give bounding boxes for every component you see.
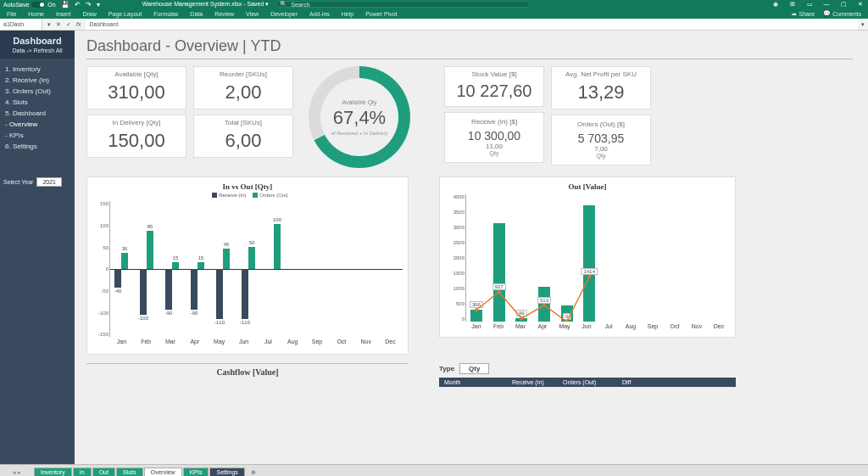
tab-developer[interactable]: Developer <box>270 11 298 17</box>
tab-addins[interactable]: Add-ins <box>309 11 330 17</box>
autosave-toggle[interactable]: AutoSave On <box>3 2 56 8</box>
sidebar-item-dashboard[interactable]: 5. Dashboard <box>3 108 71 119</box>
filename[interactable]: Warehouse Management System.xlsx - Saved… <box>142 1 270 8</box>
kpi-value: 13,29 <box>554 81 648 104</box>
donut-caption: of Received + In Delivery <box>331 131 388 136</box>
kpi-value: 2,00 <box>196 81 291 104</box>
formula-expand-icon[interactable]: ▾ <box>858 21 868 28</box>
undo-icon[interactable]: ↶ <box>75 1 81 8</box>
add-sheet-button[interactable]: ⊕ <box>246 469 261 476</box>
autosave-state: On <box>47 2 55 8</box>
tab-formulas[interactable]: Formulas <box>153 11 178 17</box>
kpi-label: Receive (In) [$] <box>447 118 542 126</box>
autosave-switch[interactable] <box>31 2 45 8</box>
save-icon[interactable]: 💾 <box>61 1 70 8</box>
share-button[interactable]: ☁ Share <box>791 10 815 17</box>
tab-home[interactable]: Home <box>28 11 44 17</box>
tab-power-pivot[interactable]: Power Pivot <box>365 11 397 17</box>
titlebar: AutoSave On 💾 ↶ ↷ ▾ Warehouse Management… <box>0 0 868 8</box>
autosave-label: AutoSave <box>3 2 29 8</box>
dropdown-icon[interactable]: ▾ <box>47 21 51 28</box>
tab-data[interactable]: Data <box>190 11 203 17</box>
kpi-value: 6,00 <box>196 130 291 152</box>
kpi-label: Stock Value [$] <box>447 70 542 78</box>
donut-title: Available Qty <box>342 99 376 105</box>
tab-draw[interactable]: Draw <box>82 11 96 17</box>
kpi-value: 10 227,60 <box>447 81 542 101</box>
kpi-label: Avg. Net Profit per SKU <box>554 70 648 78</box>
sheet-tabs: ◂ ▸ InventoryInOutSlotsOverviewKPIsSetti… <box>0 464 868 476</box>
donut-value: 67,4% <box>333 107 386 129</box>
quick-access-toolbar: 💾 ↶ ↷ ▾ <box>61 1 100 8</box>
sidebar: Dashboard Data -> Refresh All 1. Invento… <box>0 31 75 468</box>
page-title: Dashboard - Overview | YTD <box>86 37 853 59</box>
sheet-tab-settings[interactable]: Settings <box>209 468 244 476</box>
kpi-label: Reorder [SKUs] <box>196 70 291 78</box>
redo-icon[interactable]: ↷ <box>86 1 92 8</box>
tab-page-layout[interactable]: Page Layout <box>108 11 142 17</box>
chart-title: Out [Value] <box>445 182 730 191</box>
cashflow-title: Cashflow [Value] <box>86 367 409 377</box>
kpi-sub: 7,00 <box>554 145 648 153</box>
fx-icon[interactable]: fx <box>76 21 81 28</box>
sheet-tab-kpis[interactable]: KPIs <box>183 468 209 476</box>
kpi-value: 310,00 <box>89 81 184 104</box>
tab-review[interactable]: Review <box>214 11 234 17</box>
sheet-tab-out[interactable]: Out <box>92 468 115 476</box>
kpi-avg-profit: Avg. Net Profit per SKU 13,29 <box>551 66 651 109</box>
tab-view[interactable]: View <box>246 11 259 17</box>
confirm-icon[interactable]: ✓ <box>66 21 71 28</box>
sidebar-subtitle: Data -> Refresh All <box>3 48 71 53</box>
donut-chart: Available Qty 67,4% of Received + In Del… <box>300 66 419 168</box>
sidebar-item-orders[interactable]: 3. Orders (Out) <box>3 86 71 97</box>
formula-bar: a1Dash ▾ ✕ ✓ fx Dashboard ▾ <box>0 19 868 31</box>
tab-insert[interactable]: Insert <box>56 11 71 17</box>
kpi-receive-in: Receive (In) [$] 10 300,00 11,00 Qty <box>444 112 544 163</box>
sheet-tab-slots[interactable]: Slots <box>116 468 143 476</box>
sidebar-item-receive[interactable]: 2. Receive (In) <box>3 75 71 86</box>
sidebar-item-slots[interactable]: 4. Slots <box>3 97 71 108</box>
formula-input[interactable]: Dashboard <box>86 19 858 30</box>
kpi-reorder-skus: Reorder [SKUs] 2,00 <box>193 66 293 109</box>
kpi-sub2: Qty <box>554 153 648 159</box>
cancel-icon[interactable]: ✕ <box>56 21 61 28</box>
sheet-tab-in[interactable]: In <box>73 468 92 476</box>
sidebar-title: Dashboard <box>3 36 71 46</box>
kpi-value: 150,00 <box>89 130 184 152</box>
sheet-nav-arrows[interactable]: ◂ ▸ <box>0 469 34 476</box>
sidebar-item-overview[interactable]: - Overview <box>3 119 71 130</box>
kpi-stock-value: Stock Value [$] 10 227,60 <box>444 66 544 107</box>
maximize-button[interactable]: ▢ <box>839 1 848 8</box>
kpi-value: 10 300,00 <box>447 129 542 143</box>
sheet-tab-overview[interactable]: Overview <box>144 468 182 476</box>
ribbon-mode-icon[interactable]: ▭ <box>805 1 814 8</box>
kpi-sub2: Qty <box>447 150 542 156</box>
close-button[interactable]: ✕ <box>856 1 865 8</box>
chart-title: In vs Out [Qty] <box>92 182 403 191</box>
search-input[interactable]: 🔍 Search <box>275 1 530 8</box>
chart-legend: Receive (In) Orders (Out) <box>92 193 403 198</box>
name-box[interactable]: a1Dash <box>0 19 42 30</box>
sidebar-item-settings[interactable]: 6. Settings <box>3 141 71 152</box>
main-content: Dashboard - Overview | YTD Available [Qt… <box>75 31 868 468</box>
comments-button[interactable]: 💬 Comments <box>823 10 861 17</box>
type-label: Type <box>439 365 454 372</box>
sidebar-item-kpis[interactable]: - KPIs <box>3 130 71 141</box>
account-icon[interactable]: ◉ <box>771 1 780 8</box>
chart-in-vs-out: In vs Out [Qty] Receive (In) Orders (Out… <box>86 176 409 355</box>
kpi-value: 5 703,95 <box>554 132 648 145</box>
type-value[interactable]: Qty <box>459 363 489 374</box>
year-label: Select Year <box>3 179 33 185</box>
tab-file[interactable]: File <box>7 11 16 17</box>
minimize-button[interactable]: — <box>822 1 831 8</box>
year-value[interactable]: 2021 <box>36 177 62 187</box>
chart-out-value: Out [Value] 4000350030002500200015001000… <box>439 176 736 338</box>
qat-more-icon[interactable]: ▾ <box>97 1 100 8</box>
app-menu-icon[interactable]: ⊞ <box>788 1 797 8</box>
sheet-tab-inventory[interactable]: Inventory <box>34 468 72 476</box>
kpi-label: In Delivery [Qty] <box>89 119 184 126</box>
sidebar-item-inventory[interactable]: 1. Inventory <box>3 64 71 75</box>
sidebar-nav: 1. Inventory 2. Receive (In) 3. Orders (… <box>0 59 75 157</box>
year-selector: Select Year 2021 <box>0 174 75 190</box>
tab-help[interactable]: Help <box>342 11 353 17</box>
